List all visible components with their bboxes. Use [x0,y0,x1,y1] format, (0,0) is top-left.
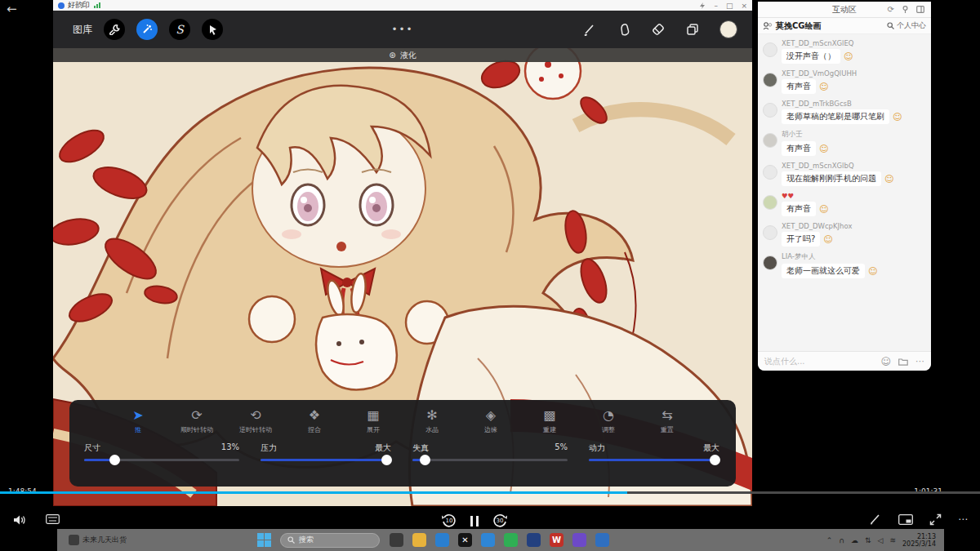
fullscreen-button[interactable] [929,513,942,526]
back-icon[interactable]: ← [7,2,17,16]
player-more-icon[interactable]: ⋯ [958,513,969,525]
avatar[interactable] [763,195,777,210]
chat-message: ♥♥ 有声音 ☺ [763,192,926,216]
network-icon[interactable]: ⇅ [865,536,871,544]
liquify-mode-label: 液化 [400,50,416,61]
chat-more-icon[interactable]: ⋯ [915,356,924,367]
avatar[interactable] [763,73,777,87]
size-slider-thumb[interactable] [109,455,120,465]
chat-message-list[interactable]: XET_DD_mScnXGlEQ 没开声音（） ☺ XET_DD_VmOgQlU… [758,34,931,278]
liquify-tool-expand[interactable]: ▦ 展开 [348,408,399,434]
mirror-window-titlebar: 好韵印 – □ × [53,0,752,11]
chat-message: XET_DD_mScnXGlbQ 现在能解刚刚手机的问题 ☺ [763,162,926,186]
app-logo-icon [58,2,65,9]
pressure-slider[interactable]: 压力 最大 [261,442,391,461]
chevron-up-icon[interactable]: ⌃ [826,536,833,544]
minimize-button[interactable]: – [714,2,718,10]
distortion-value: 5% [555,442,568,454]
taskbar-apps: ✕ W [390,533,609,547]
headset-icon[interactable]: ∩ [839,536,844,544]
pressure-slider-thumb[interactable] [381,455,392,465]
app-purple-icon[interactable] [572,533,586,547]
avatar[interactable] [763,42,777,57]
cloud-icon[interactable]: ☁ [851,536,858,544]
flash-icon[interactable] [699,2,706,9]
pencil-notes-button[interactable] [869,513,882,526]
emoji-picker-icon[interactable]: ☺ [880,356,891,367]
avatar[interactable] [763,256,777,270]
emoji-icon: ☺ [868,266,877,277]
distortion-slider[interactable]: 失真 5% [412,442,568,461]
pip-button[interactable] [898,514,913,525]
avatar[interactable] [763,165,777,180]
avatar[interactable] [763,133,777,148]
expand-icon: ▦ [367,408,379,423]
liquify-tool-crystal[interactable]: ✻ 水晶 [407,408,457,434]
liquify-tool-reset[interactable]: ⇆ 重置 [642,408,693,434]
momentum-slider[interactable]: 动力 最大 [589,442,719,461]
profile-link[interactable]: 个人中心 [887,20,926,31]
app-browser-icon[interactable] [435,533,449,547]
app-screencast-icon[interactable] [595,533,609,547]
app-green-icon[interactable] [504,533,518,547]
taskbar-window-item[interactable]: 未来几天出货 [69,535,127,545]
distortion-slider-thumb[interactable] [420,455,430,465]
app-wps-icon[interactable]: W [550,533,564,547]
wifi-icon[interactable]: ≋ [889,536,896,544]
popout-panel-icon[interactable] [916,6,924,13]
system-tray: ⌃ ∩ ☁ ⇅ ◁ ≋ 21:13 2025/3/14 [826,533,944,548]
taskbar-search[interactable]: 搜索 [280,533,380,548]
crystal-icon: ✻ [426,408,437,423]
volume-icon[interactable]: ◁ [878,536,884,544]
player-controls: 10 30 [0,496,980,529]
pin-icon[interactable] [902,6,909,13]
keyboard-shortcuts-button[interactable] [46,514,60,524]
app-file-explorer-icon[interactable] [412,533,426,547]
chat-input-placeholder[interactable]: 说点什么... [764,356,805,367]
search-placeholder: 搜索 [299,535,314,545]
volume-button[interactable] [13,514,27,526]
app-navy-icon[interactable] [527,533,541,547]
channel-name: 莫挽CG绘画 [776,20,822,32]
emoji-icon: ☺ [819,144,828,154]
chat-input-bar[interactable]: 说点什么... ☺ ⋯ [758,351,931,371]
pinch-icon: ❖ [309,408,320,423]
search-icon [287,536,295,544]
app-taskview-icon[interactable] [390,533,403,547]
chat-message: XET_DD_mScnXGlEQ 没开声音（） ☺ [763,39,926,64]
avatar[interactable] [763,225,777,240]
tray-date: 2025/3/14 [902,540,936,548]
app-edge-icon[interactable] [481,533,495,547]
taskbar-clock[interactable]: 21:13 2025/3/14 [902,533,936,548]
rewind-10-button[interactable]: 10 [441,513,457,527]
folder-icon[interactable] [898,358,908,366]
emoji-icon: ☺ [844,51,853,62]
procreate-toolbar: 图库 S ••• [53,11,752,48]
liquify-tool-twirl-cw[interactable]: ⟳ 顺时针转动 [172,408,222,434]
adjust-icon: ◔ [603,408,614,423]
avatar[interactable] [763,103,777,118]
liquify-panel: ➤ 推 ⟳ 顺时针转动 ⟲ 逆时针转动 ❖ 捏合 ▦ 展开 [69,400,736,487]
liquify-tool-pinch[interactable]: ❖ 捏合 [289,408,340,434]
signal-bars-icon [94,2,100,8]
momentum-slider-thumb[interactable] [710,455,720,465]
forward-30-button[interactable]: 30 [492,513,508,527]
start-button[interactable] [257,533,272,548]
maximize-button[interactable]: □ [726,2,733,10]
canvas-overflow-menu[interactable]: ••• [53,24,752,35]
liquify-tool-reconstruct[interactable]: ▩ 重建 [524,408,575,434]
video-player: ← 好韵印 – □ × 图库 [0,0,980,551]
window-thumbnail-icon [69,535,79,545]
size-slider[interactable]: 尺寸 13% [84,442,239,461]
app-black-x-icon[interactable]: ✕ [458,533,472,547]
search-icon[interactable] [887,22,894,29]
tray-time: 21:13 [902,533,936,540]
video-progress-bar[interactable] [0,491,980,494]
close-button[interactable]: × [741,2,747,10]
pause-button[interactable] [470,514,479,527]
liquify-tool-twirl-ccw[interactable]: ⟲ 逆时针转动 [230,408,281,434]
liquify-tool-edge[interactable]: ◈ 边缘 [466,408,516,434]
liquify-tool-adjust[interactable]: ◔ 调整 [583,408,634,434]
liquify-tool-push[interactable]: ➤ 推 [113,408,163,434]
refresh-icon[interactable]: ⟳ [888,5,894,14]
